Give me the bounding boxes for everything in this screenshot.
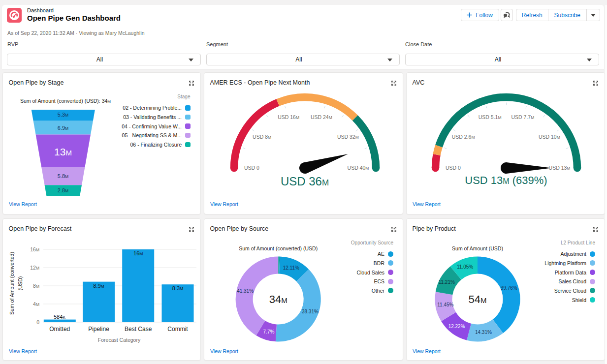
svg-text:Omitted: Omitted (49, 326, 70, 333)
svg-text:USD 32M: USD 32M (337, 134, 359, 140)
svg-text:Sum of Amount (converted): Sum of Amount (converted) (9, 252, 15, 315)
svg-text:USD 5.1M: USD 5.1M (479, 114, 502, 120)
svg-text:(USD): (USD) (17, 276, 23, 290)
svg-text:USD 16M: USD 16M (278, 114, 299, 120)
svg-text:USD 10M: USD 10M (539, 134, 560, 140)
svg-text:USD 2.6M: USD 2.6M (452, 134, 475, 140)
svg-text:Sum of Amount (converted) (USD: Sum of Amount (converted) (USD) (239, 245, 318, 251)
svg-text:USD 24M: USD 24M (311, 114, 332, 120)
svg-text:12M: 12M (30, 265, 39, 271)
svg-text:4M: 4M (33, 301, 39, 307)
svg-text:Sum of Amount (converted) (USD: Sum of Amount (converted) (USD): 34M (20, 98, 111, 104)
svg-text:USD 40M: USD 40M (348, 165, 369, 171)
svg-text:39.76%: 39.76% (501, 285, 517, 291)
svg-text:12.11%: 12.11% (283, 265, 299, 271)
svg-text:Sum of Amount (USD): Sum of Amount (USD) (452, 245, 503, 251)
svg-text:12.22%: 12.22% (448, 324, 465, 329)
svg-text:USD 0: USD 0 (244, 165, 259, 171)
svg-text:Commit: Commit (167, 326, 188, 333)
svg-text:11.05%: 11.05% (457, 264, 473, 270)
svg-text:6.9M: 6.9M (58, 125, 68, 131)
svg-text:USD 7.7M: USD 7.7M (511, 114, 534, 120)
svg-text:16M: 16M (30, 246, 39, 252)
svg-text:16M: 16M (133, 250, 143, 256)
svg-text:USD 36M: USD 36M (281, 175, 329, 188)
svg-text:0: 0 (36, 319, 39, 325)
svg-text:USD 13M (639%): USD 13M (639%) (465, 174, 547, 186)
svg-text:USD 0: USD 0 (446, 165, 461, 171)
svg-text:41.31%: 41.31% (237, 288, 254, 294)
svg-text:5.3M: 5.3M (58, 112, 68, 118)
svg-text:2.8M: 2.8M (58, 187, 68, 193)
svg-text:11.45%: 11.45% (437, 302, 453, 307)
svg-text:14.31%: 14.31% (475, 330, 492, 335)
svg-text:584K: 584K (54, 314, 65, 320)
svg-text:11.21%: 11.21% (439, 279, 455, 285)
svg-text:Best Case: Best Case (125, 326, 152, 333)
svg-text:Forecast Category: Forecast Category (98, 337, 141, 343)
svg-text:8.9M: 8.9M (93, 283, 104, 289)
svg-text:USD 13M: USD 13M (549, 165, 571, 171)
svg-text:5.8M: 5.8M (58, 173, 68, 179)
svg-text:34M: 34M (269, 293, 288, 305)
svg-text:USD 8M: USD 8M (253, 134, 271, 140)
svg-text:8M: 8M (33, 283, 39, 289)
svg-text:8.3M: 8.3M (172, 285, 183, 291)
svg-text:Pipeline: Pipeline (88, 326, 109, 333)
svg-text:7.7%: 7.7% (263, 329, 275, 334)
svg-text:54M: 54M (469, 293, 487, 305)
svg-text:38.31%: 38.31% (302, 309, 319, 314)
